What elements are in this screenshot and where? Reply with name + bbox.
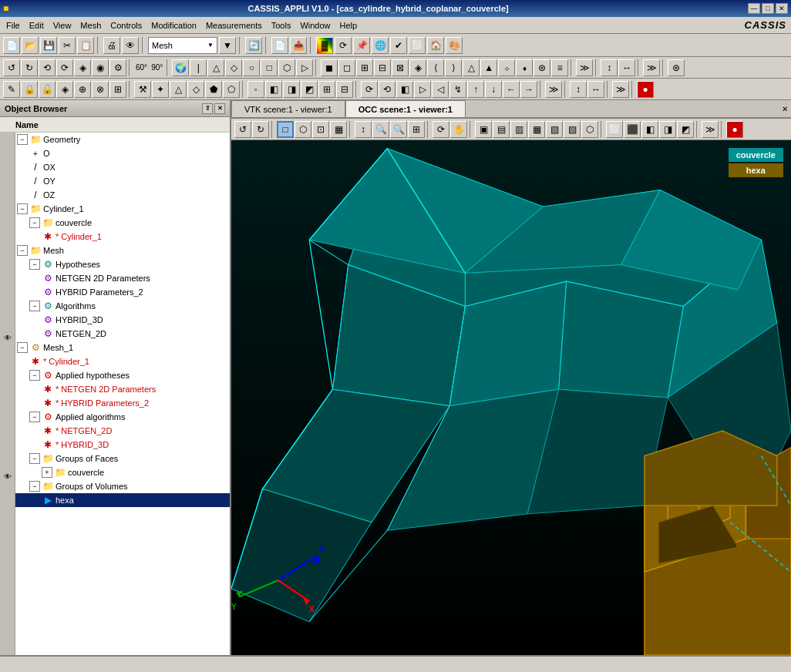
tb3-btn-32[interactable]: ↔ bbox=[587, 81, 604, 98]
tb2-btn-33[interactable]: ≫ bbox=[643, 59, 660, 76]
tb2-btn-24[interactable]: △ bbox=[463, 59, 480, 76]
tree-item-geometry[interactable]: − 📁 Geometry bbox=[15, 133, 230, 146]
tb-btn-5[interactable]: 📄 bbox=[271, 37, 288, 54]
tb3-btn-29[interactable]: → bbox=[520, 81, 537, 98]
tb2-btn-2[interactable]: ↻ bbox=[21, 59, 38, 76]
tree-item-hybrid3d-alg2[interactable]: ✱ * HYBRID_3D bbox=[15, 438, 230, 452]
open-button[interactable]: 📂 bbox=[22, 37, 39, 54]
tb2-btn-29[interactable]: ≡ bbox=[551, 59, 568, 76]
vtb-btn-back[interactable]: ▤ bbox=[493, 121, 510, 138]
vtb-btn-front[interactable]: ▣ bbox=[475, 121, 492, 138]
tb3-btn-9[interactable]: ✦ bbox=[152, 81, 169, 98]
vtb-btn-poly-sel[interactable]: ⬡ bbox=[295, 121, 311, 138]
tb3-btn-34[interactable]: ● bbox=[637, 81, 654, 98]
tb3-btn-13[interactable]: ⬠ bbox=[223, 81, 240, 98]
vtb-btn-iso[interactable]: ⬡ bbox=[581, 121, 598, 138]
vtb-btn-2[interactable]: ↻ bbox=[252, 121, 269, 138]
expand-hypotheses[interactable]: − bbox=[29, 259, 40, 270]
tree-item-hypotheses[interactable]: − ⚙ Hypotheses bbox=[15, 257, 230, 271]
tb3-btn-8[interactable]: ⚒ bbox=[134, 81, 151, 98]
tree-item-hexa[interactable]: ▶ hexa bbox=[15, 493, 230, 507]
tb3-btn-26[interactable]: ↑ bbox=[467, 81, 484, 98]
menu-view[interactable]: View bbox=[49, 19, 76, 32]
tb2-btn-4[interactable]: ⟳ bbox=[56, 59, 73, 76]
viewport[interactable]: Z X Y couvercle hexa bbox=[231, 140, 791, 655]
ob-close-btn[interactable]: ✕ bbox=[214, 103, 225, 114]
vtb-btn-wire[interactable]: ⬜ bbox=[606, 121, 623, 138]
tb3-btn-27[interactable]: ↓ bbox=[485, 81, 502, 98]
tb2-btn-28[interactable]: ⊛ bbox=[534, 59, 550, 76]
mesh-select-box[interactable]: Mesh ▼ bbox=[148, 37, 217, 54]
vtb-btn-zoom-in[interactable]: 🔍 bbox=[372, 121, 389, 138]
vtb-btn-pan[interactable]: ✋ bbox=[450, 121, 467, 138]
tree-item-couvercle[interactable]: − 📁 couvercle bbox=[15, 216, 230, 230]
menu-mesh[interactable]: Mesh bbox=[76, 19, 106, 32]
tb2-btn-26[interactable]: ⬦ bbox=[498, 59, 515, 76]
tb3-btn-6[interactable]: ⊗ bbox=[92, 81, 109, 98]
refresh-button[interactable]: 🔄 bbox=[245, 37, 262, 54]
tree-item-algorithms[interactable]: − ⚙ Algorithms bbox=[15, 299, 230, 313]
tb3-btn-5[interactable]: ⊕ bbox=[74, 81, 91, 98]
tb2-btn-23[interactable]: ⟩ bbox=[445, 59, 462, 76]
tb2-btn-27[interactable]: ⬧ bbox=[516, 59, 533, 76]
tb3-btn-7[interactable]: ⊞ bbox=[109, 81, 126, 98]
tree-item-applied-alg[interactable]: − ⚙ Applied algorithms bbox=[15, 410, 230, 424]
tb2-btn-20[interactable]: ⊠ bbox=[392, 59, 409, 76]
expand-groupvol[interactable]: − bbox=[29, 481, 40, 492]
eye-groupvol[interactable]: 👁 bbox=[0, 469, 15, 483]
tb-btn-13[interactable]: 🎨 bbox=[446, 37, 463, 54]
vtb-btn-10[interactable]: ◨ bbox=[659, 121, 676, 138]
tb2-btn-14[interactable]: ⬡ bbox=[278, 59, 295, 76]
vtb-btn-11[interactable]: ◩ bbox=[677, 121, 694, 138]
tree-item-cyl1-mesh[interactable]: ✱ * Cylinder_1 bbox=[15, 354, 230, 368]
tab-vtk[interactable]: VTK scene:1 - viewer:1 bbox=[231, 100, 345, 117]
maximize-button[interactable]: □ bbox=[762, 3, 774, 14]
expand-couvercle-group[interactable]: + bbox=[42, 467, 52, 478]
vtb-btn-zoom-out[interactable]: 🔍 bbox=[390, 121, 407, 138]
tb2-btn-17[interactable]: ◻ bbox=[338, 59, 355, 76]
tb3-btn-28[interactable]: ← bbox=[503, 81, 520, 98]
vtb-btn-9[interactable]: ◧ bbox=[641, 121, 658, 138]
tb3-btn-17[interactable]: ◩ bbox=[301, 81, 318, 98]
vtb-btn-solid[interactable]: ⬛ bbox=[624, 121, 641, 138]
tb3-btn-4[interactable]: ◈ bbox=[56, 81, 73, 98]
tb2-btn-9[interactable]: | bbox=[190, 59, 207, 76]
preview-button[interactable]: 👁 bbox=[122, 37, 139, 54]
tb2-btn-15[interactable]: ▷ bbox=[296, 59, 313, 76]
tree-item-hybrid2[interactable]: ⚙ HYBRID Parameters_2 bbox=[15, 285, 230, 299]
vtb-btn-4[interactable]: ▦ bbox=[330, 121, 347, 138]
vtb-btn-right[interactable]: ▦ bbox=[528, 121, 545, 138]
tb2-btn-32[interactable]: ↔ bbox=[618, 59, 635, 76]
tree-item-ox[interactable]: / OX bbox=[15, 160, 230, 174]
tb3-btn-33[interactable]: ≫ bbox=[612, 81, 629, 98]
vtb-btn-5[interactable]: ↕ bbox=[355, 121, 372, 138]
tb3-btn-21[interactable]: ⟲ bbox=[379, 81, 396, 98]
tb3-btn-3[interactable]: 🔓 bbox=[39, 81, 56, 98]
tb3-btn-31[interactable]: ↕ bbox=[570, 81, 587, 98]
tb-btn-10[interactable]: ✔ bbox=[390, 37, 407, 54]
tb2-btn-6[interactable]: ◉ bbox=[92, 59, 109, 76]
menu-help[interactable]: Help bbox=[335, 19, 362, 32]
expand-cylinder1[interactable]: − bbox=[17, 203, 28, 214]
tb2-btn-10[interactable]: △ bbox=[207, 59, 224, 76]
vtb-btn-bottom[interactable]: ▨ bbox=[564, 121, 581, 138]
tree-item-netgen2d-alg[interactable]: ⚙ NETGEN_2D bbox=[15, 327, 230, 341]
vtb-stop-btn[interactable]: ● bbox=[726, 121, 743, 138]
expand-algorithms[interactable]: − bbox=[29, 301, 40, 311]
tree-item-oz[interactable]: / OZ bbox=[15, 188, 230, 202]
tb3-btn-25[interactable]: ↯ bbox=[449, 81, 466, 98]
tb-btn-8[interactable]: 📌 bbox=[353, 37, 370, 54]
vtb-btn-top[interactable]: ▧ bbox=[546, 121, 563, 138]
tb2-btn-30[interactable]: ≫ bbox=[576, 59, 593, 76]
copy-button[interactable]: 📋 bbox=[77, 37, 94, 54]
tb3-btn-2[interactable]: 🔒 bbox=[21, 81, 38, 98]
tb2-btn-21[interactable]: ◈ bbox=[409, 59, 426, 76]
tb2-btn-5[interactable]: ◈ bbox=[74, 59, 91, 76]
tree-item-applied-hypo[interactable]: − ⚙ Applied hypotheses bbox=[15, 368, 230, 382]
tb2-btn-22[interactable]: ⟨ bbox=[427, 59, 444, 76]
tb3-btn-24[interactable]: ◁ bbox=[432, 81, 449, 98]
tb3-btn-30[interactable]: ≫ bbox=[545, 81, 562, 98]
expand-couvercle[interactable]: − bbox=[29, 217, 40, 228]
vtb-btn-rect-sel[interactable]: □ bbox=[277, 121, 294, 138]
eye-mesh1[interactable]: 👁 bbox=[0, 331, 15, 344]
